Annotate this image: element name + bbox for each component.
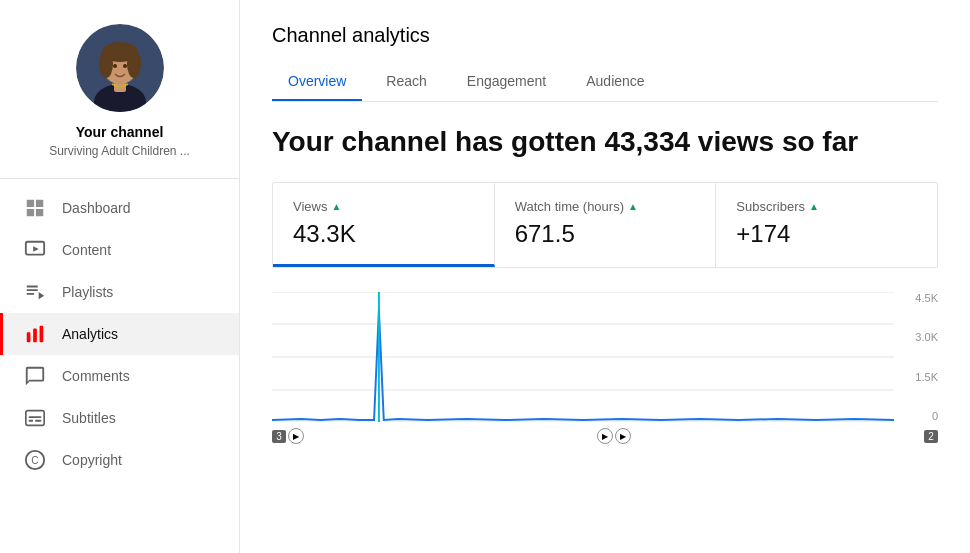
sidebar-label-analytics: Analytics [62,326,118,342]
sidebar-divider [0,178,239,179]
chart-svg [272,292,894,422]
sidebar-item-comments[interactable]: Comments [0,355,239,397]
timeline-badge-1: 3 [272,430,286,443]
y-label-0: 4.5K [898,292,938,304]
svg-point-8 [123,64,127,68]
sidebar-label-copyright: Copyright [62,452,122,468]
svg-rect-17 [29,416,42,418]
timeline-play-3[interactable]: ▶ [615,428,631,444]
copyright-icon: C [24,449,46,471]
timeline-play-2[interactable]: ▶ [597,428,613,444]
chart-container: 4.5K 3.0K 1.5K 0 3 ▶ ▶ ▶ 2 [272,292,938,529]
stat-card-watchtime[interactable]: Watch time (hours) ▲ 671.5 [495,183,717,267]
y-axis: 4.5K 3.0K 1.5K 0 [898,292,938,422]
y-label-2: 1.5K [898,371,938,383]
trend-icon-subscribers: ▲ [809,201,819,212]
tab-audience[interactable]: Audience [570,63,660,101]
sidebar-label-dashboard: Dashboard [62,200,131,216]
stat-card-subscribers[interactable]: Subscribers ▲ +174 [716,183,937,267]
sidebar-item-subtitles[interactable]: Subtitles [0,397,239,439]
tabs-bar: Overview Reach Engagement Audience [272,63,938,102]
svg-text:C: C [31,455,38,466]
content-icon [24,239,46,261]
sidebar-label-playlists: Playlists [62,284,113,300]
stat-value-views: 43.3K [293,220,474,248]
analytics-icon [24,323,46,345]
sidebar-item-analytics[interactable]: Analytics [0,313,239,355]
sidebar-item-dashboard[interactable]: Dashboard [0,187,239,229]
stat-label-views: Views ▲ [293,199,474,214]
subtitles-icon [24,407,46,429]
stat-label-watchtime: Watch time (hours) ▲ [515,199,696,214]
tab-overview[interactable]: Overview [272,63,362,101]
sidebar-nav: Dashboard Content Playlists Analytics [0,187,239,481]
svg-rect-13 [40,326,44,343]
tab-reach[interactable]: Reach [370,63,442,101]
dashboard-icon [24,197,46,219]
chart-area: 4.5K 3.0K 1.5K 0 [272,292,938,422]
sidebar-label-comments: Comments [62,368,130,384]
avatar [76,24,164,112]
sidebar-item-playlists[interactable]: Playlists [0,271,239,313]
stat-value-watchtime: 671.5 [515,220,696,248]
svg-point-6 [127,50,141,78]
stat-label-subscribers: Subscribers ▲ [736,199,917,214]
svg-rect-11 [27,332,31,342]
sidebar: Your channel Surviving Adult Children ..… [0,0,240,553]
sidebar-item-copyright[interactable]: C Copyright [0,439,239,481]
channel-subtitle: Surviving Adult Children ... [39,144,200,158]
timeline-dots: 3 ▶ ▶ ▶ 2 [272,422,938,444]
trend-icon-views: ▲ [331,201,341,212]
svg-rect-15 [29,420,34,422]
big-stat: Your channel has gotten 43,334 views so … [272,126,938,158]
channel-name: Your channel [76,124,164,140]
sidebar-label-subtitles: Subtitles [62,410,116,426]
svg-rect-12 [33,329,37,343]
svg-point-7 [113,64,117,68]
y-label-3: 0 [898,410,938,422]
timeline-play-1[interactable]: ▶ [288,428,304,444]
timeline-badge-2: 2 [924,430,938,443]
playlists-icon [24,281,46,303]
page-title: Channel analytics [272,24,938,47]
svg-point-5 [99,50,113,78]
stat-card-views[interactable]: Views ▲ 43.3K [273,183,495,267]
comments-icon [24,365,46,387]
tab-engagement[interactable]: Engagement [451,63,562,101]
svg-marker-10 [33,246,39,252]
stats-row: Views ▲ 43.3K Watch time (hours) ▲ 671.5… [272,182,938,268]
sidebar-label-content: Content [62,242,111,258]
y-label-1: 3.0K [898,331,938,343]
main-content: Channel analytics Overview Reach Engagem… [240,0,970,553]
sidebar-item-content[interactable]: Content [0,229,239,271]
stat-value-subscribers: +174 [736,220,917,248]
svg-rect-16 [35,420,41,422]
trend-icon-watchtime: ▲ [628,201,638,212]
